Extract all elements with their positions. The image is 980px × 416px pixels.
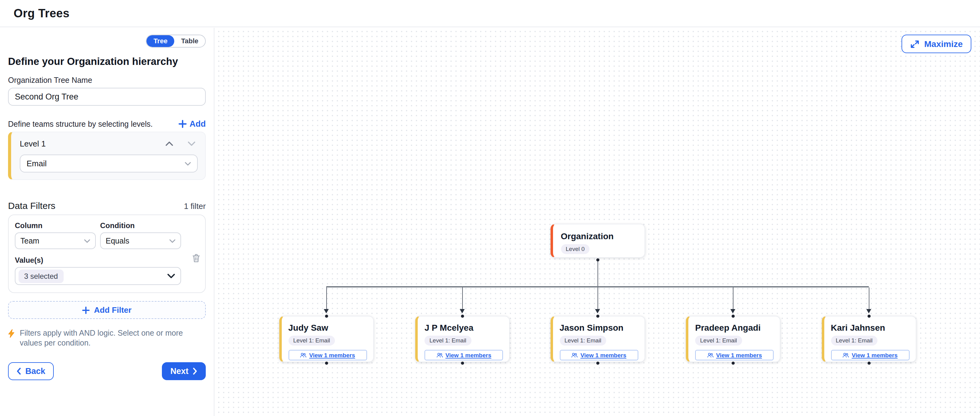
connection-handle[interactable] — [867, 362, 870, 365]
node-level-badge: Level 1: Email — [831, 336, 877, 345]
members-icon — [571, 352, 578, 358]
chevron-down-icon — [188, 142, 195, 146]
org-node[interactable]: J P Mcelyea Level 1: Email View 1 member… — [415, 316, 510, 362]
filter-values-select[interactable]: 3 selected — [15, 267, 181, 285]
add-filter-button[interactable]: Add Filter — [8, 301, 206, 319]
maximize-button[interactable]: Maximize — [902, 35, 972, 53]
org-node[interactable]: Jason Simpson Level 1: Email View 1 memb… — [550, 316, 645, 362]
levels-header: Define teams structure by selecting leve… — [8, 119, 206, 129]
view-members-button[interactable]: View 1 members — [560, 349, 638, 360]
level-column-value: Email — [27, 159, 47, 168]
org-node[interactable]: Pradeep Angadi Level 1: Email View 1 mem… — [686, 316, 780, 362]
members-icon — [707, 352, 714, 358]
connection-handle[interactable] — [461, 315, 464, 318]
level-move-down-button[interactable] — [188, 142, 195, 146]
org-node-root[interactable]: Organization Level 0 — [550, 224, 645, 258]
connection-handle[interactable] — [867, 315, 870, 318]
node-level-badge: Level 1: Email — [560, 336, 606, 345]
chevron-down-icon — [167, 274, 175, 278]
filter-count-badge: 1 filter — [184, 201, 206, 211]
next-label: Next — [170, 366, 188, 376]
filters-note: Filters apply with AND logic. Select one… — [8, 328, 206, 348]
node-title: J P Mcelyea — [425, 323, 503, 332]
view-members-button[interactable]: View 1 members — [695, 349, 774, 360]
expand-icon — [910, 39, 920, 48]
connection-handle[interactable] — [325, 362, 328, 365]
connector-root-line — [597, 261, 598, 287]
wizard-nav: Back Next — [8, 362, 206, 380]
toggle-option-table[interactable]: Table — [174, 35, 205, 47]
page-header: Org Trees — [0, 0, 980, 27]
selected-values-chip: 3 selected — [19, 269, 63, 283]
node-title: Judy Saw — [288, 323, 367, 332]
connection-handle[interactable] — [732, 362, 735, 365]
next-button[interactable]: Next — [162, 362, 206, 380]
filter-card: Column Team Condition Equals — [8, 215, 206, 293]
org-tree-canvas[interactable]: Maximize Organization Level 0 — [215, 28, 980, 416]
org-trees-page: Org Trees Tree Table Define your Organiz… — [0, 0, 980, 416]
filter-column-label: Column — [15, 221, 96, 230]
connection-handle[interactable] — [596, 315, 599, 318]
level-title: Level 1 — [20, 139, 46, 148]
tree-name-label: Organization Tree Name — [8, 76, 206, 84]
connection-handle[interactable] — [461, 362, 464, 365]
level-column-select[interactable]: Email — [20, 155, 198, 172]
filter-condition-select[interactable]: Equals — [100, 233, 181, 249]
page-title: Org Trees — [14, 6, 70, 20]
view-members-button[interactable]: View 1 members — [425, 349, 503, 360]
arrow-down-icon — [323, 309, 328, 313]
view-members-label: View 1 members — [445, 351, 492, 358]
connector-drop-line — [326, 287, 326, 310]
data-filters-title: Data Filters — [8, 200, 55, 211]
filter-condition-label: Condition — [100, 221, 181, 230]
node-level-badge: Level 1: Email — [425, 336, 471, 345]
connection-handle[interactable] — [596, 362, 599, 365]
plus-icon — [82, 306, 90, 314]
lightning-icon — [8, 329, 15, 338]
connector-drop-line — [462, 287, 463, 310]
tree-table-toggle[interactable]: Tree Table — [146, 35, 206, 48]
chevron-down-icon — [185, 162, 191, 165]
arrow-down-icon — [460, 309, 465, 313]
config-panel: Tree Table Define your Organization hier… — [0, 28, 215, 416]
node-title: Jason Simpson — [560, 323, 638, 332]
level-reorder-controls — [165, 142, 198, 146]
node-title: Organization — [561, 232, 638, 241]
view-members-label: View 1 members — [309, 351, 355, 358]
add-filter-label: Add Filter — [94, 305, 131, 315]
node-title: Pradeep Angadi — [695, 323, 774, 332]
plus-icon — [178, 120, 187, 128]
data-filters-header: Data Filters 1 filter — [8, 200, 206, 211]
node-level-badge: Level 1: Email — [288, 336, 335, 345]
connection-handle[interactable] — [596, 258, 599, 261]
chevron-up-icon — [165, 142, 173, 146]
org-node[interactable]: Judy Saw Level 1: Email View 1 members — [279, 316, 374, 362]
arrow-down-icon — [866, 309, 871, 313]
connection-handle[interactable] — [732, 315, 735, 318]
filter-values-label: Value(s) — [15, 256, 199, 265]
view-toggle-row: Tree Table — [8, 35, 206, 48]
arrow-down-icon — [595, 309, 600, 313]
tree-name-input[interactable] — [8, 88, 206, 106]
view-members-button[interactable]: View 1 members — [288, 349, 367, 360]
chevron-down-icon — [84, 239, 90, 242]
view-members-button[interactable]: View 1 members — [831, 349, 909, 360]
connector-drop-line — [869, 287, 869, 310]
toggle-option-tree[interactable]: Tree — [147, 35, 174, 47]
filter-column-select[interactable]: Team — [15, 233, 96, 249]
chevron-left-icon — [17, 368, 21, 374]
levels-description: Define teams structure by selecting leve… — [8, 120, 153, 128]
members-icon — [843, 352, 849, 358]
filter-column-value: Team — [21, 236, 39, 245]
connection-handle[interactable] — [325, 315, 328, 318]
trash-icon — [192, 253, 200, 263]
view-members-label: View 1 members — [852, 351, 898, 358]
add-level-button[interactable]: Add — [178, 119, 206, 129]
delete-filter-button[interactable] — [192, 253, 200, 263]
back-label: Back — [25, 366, 45, 376]
node-level-badge: Level 1: Email — [695, 336, 742, 345]
level-move-up-button[interactable] — [165, 142, 173, 146]
add-level-label: Add — [190, 119, 206, 129]
org-node[interactable]: Kari Jahnsen Level 1: Email View 1 membe… — [821, 316, 916, 362]
back-button[interactable]: Back — [8, 362, 54, 380]
